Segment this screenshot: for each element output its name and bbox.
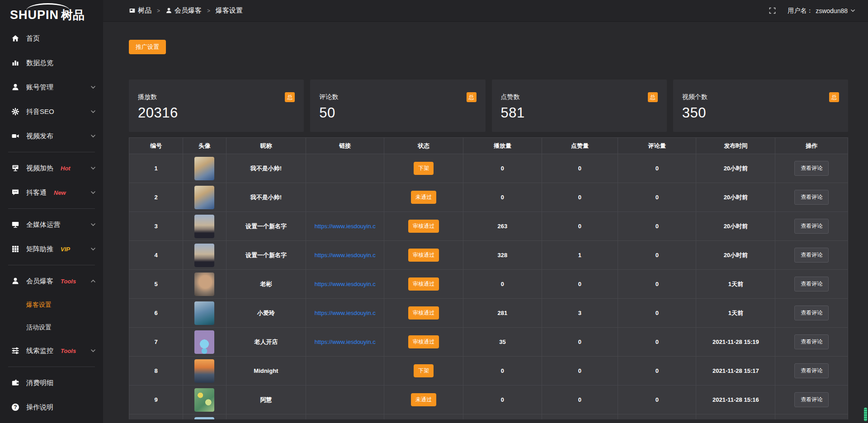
topbar-right: 用户名：zswodun88 [769, 7, 855, 15]
video-link[interactable]: https://www.iesdouyin.c [315, 281, 376, 287]
sidebar-divider [8, 152, 95, 152]
status-badge[interactable]: 审核通过 [408, 306, 439, 320]
sidebar-nav: 首页数据总览账号管理抖音SEO视频发布视频加热Hot抖客通New全媒体运营矩阵助… [0, 26, 103, 419]
fullscreen-icon[interactable] [769, 7, 776, 14]
cell-comments: 0 [618, 241, 696, 270]
view-comments-button[interactable]: 查看评论 [794, 277, 829, 291]
breadcrumb-item-2[interactable]: 爆客设置 [216, 6, 243, 15]
app-window: SHUPIN树品 首页数据总览账号管理抖音SEO视频发布视频加热Hot抖客通Ne… [0, 0, 868, 423]
view-comments-button[interactable]: 查看评论 [794, 190, 829, 205]
sidebar-item-0[interactable]: 首页 [0, 26, 103, 51]
cell-action: 查看评论 [775, 212, 848, 241]
status-badge[interactable]: 下架 [414, 162, 434, 175]
cell-action: 查看评论 [775, 357, 848, 385]
column-header-2: 昵称 [226, 138, 306, 154]
sidebar-subitem-1[interactable]: 活动设置 [0, 316, 103, 338]
promo-settings-button[interactable]: 推广设置 [129, 40, 166, 54]
sidebar-item-6[interactable]: 视频加热Hot [0, 156, 103, 180]
video-link[interactable]: https://www.iesdouyin.c [315, 223, 376, 230]
view-comments-button[interactable]: 查看评论 [794, 219, 829, 234]
cell [542, 414, 618, 420]
cell-id: 1 [129, 154, 183, 183]
chevron-down-icon [90, 109, 96, 114]
sidebar-item-16[interactable]: ?操作说明 [0, 395, 103, 419]
cell-nickname: Midnight [226, 357, 306, 385]
cell-avatar [183, 299, 226, 328]
breadcrumb-label: 树品 [138, 6, 151, 15]
stat-card-3: 视频个数总350 [673, 80, 848, 132]
breadcrumb: 树品>会员爆客>爆客设置 [129, 6, 243, 15]
cell-nickname: 小爱玲 [226, 299, 306, 328]
sidebar-item-label: 线索监控 [26, 347, 53, 355]
table-row: 7老人开店https://www.iesdouyin.c审核通过35002021… [129, 328, 848, 357]
status-badge[interactable]: 审核通过 [408, 277, 439, 291]
status-badge[interactable]: 下架 [414, 364, 434, 377]
avatar [194, 157, 214, 180]
grid-icon [11, 245, 20, 253]
view-comments-button[interactable]: 查看评论 [794, 392, 829, 407]
sidebar-item-1[interactable]: 数据总览 [0, 51, 103, 75]
status-badge[interactable]: 审核通过 [408, 220, 439, 233]
sidebar-item-label: 矩阵助推 [26, 245, 53, 254]
video-link[interactable]: https://www.iesdouyin.c [315, 310, 376, 316]
sidebar-item-label: 首页 [26, 34, 40, 43]
sidebar-item-9[interactable]: 全媒体运营 [0, 212, 103, 237]
sidebar-item-3[interactable]: 抖音SEO [0, 99, 103, 124]
table-row: 2我不是小帅!未通过00020小时前查看评论 [129, 183, 848, 212]
username-label: 用户名： [788, 7, 813, 15]
video-link[interactable]: https://www.iesdouyin.c [315, 338, 376, 345]
logo-arc [26, 3, 70, 10]
cell-action: 查看评论 [775, 183, 848, 212]
view-comments-button[interactable]: 查看评论 [794, 306, 829, 320]
avatar [194, 301, 214, 325]
status-badge[interactable]: 审核通过 [408, 249, 439, 262]
chat-icon [11, 188, 20, 197]
view-comments-button[interactable]: 查看评论 [794, 363, 829, 378]
video-link[interactable]: https://www.iesdouyin.c [315, 252, 376, 258]
sidebar-subitem-0[interactable]: 爆客设置 [0, 293, 103, 316]
cell-avatar [183, 357, 226, 385]
table-header-row: 编号头像昵称链接状态播放量点赞量评论量发布时间操作 [129, 138, 848, 154]
cell-nickname: 设置一个新名字 [226, 241, 306, 270]
status-badge[interactable]: 未通过 [411, 393, 436, 406]
breadcrumb-item-1[interactable]: 会员爆客 [165, 6, 202, 15]
chevron-down-icon [90, 133, 96, 139]
sidebar-item-10[interactable]: 矩阵助推VIP [0, 237, 103, 261]
sidebar-item-12[interactable]: 会员爆客Tools [0, 269, 103, 293]
sidebar-item-13[interactable]: 线索监控Tools [0, 338, 103, 363]
sidebar-item-label: 视频发布 [26, 132, 53, 141]
sidebar-divider [8, 367, 95, 367]
cell-comments: 0 [618, 212, 696, 241]
cell-likes: 0 [542, 183, 618, 212]
view-comments-button[interactable]: 查看评论 [794, 161, 829, 176]
sidebar-item-7[interactable]: 抖客通New [0, 180, 103, 205]
breadcrumb-label: 会员爆客 [175, 6, 202, 15]
user-icon [165, 7, 172, 14]
cell-nickname: 老人开店 [226, 328, 306, 357]
sidebar-item-label: 视频加热 [26, 164, 53, 173]
sidebar-item-label: 抖客通 [26, 188, 47, 197]
cell-action: 查看评论 [775, 154, 848, 183]
column-header-3: 链接 [306, 138, 384, 154]
breadcrumb-item-0[interactable]: 树品 [129, 6, 151, 15]
total-badge: 总 [285, 92, 295, 102]
column-header-0: 编号 [129, 138, 183, 154]
table-row: 1我不是小帅!下架00020小时前查看评论 [129, 154, 848, 183]
table-row: 9阿慧未通过0002021-11-28 15:16查看评论 [129, 385, 848, 414]
cell-plays: 328 [463, 241, 542, 270]
scrollbar-thumb[interactable] [864, 408, 867, 421]
sidebar-item-2[interactable]: 账号管理 [0, 75, 103, 99]
cell [384, 414, 463, 420]
view-comments-button[interactable]: 查看评论 [794, 334, 829, 349]
status-badge[interactable]: 未通过 [411, 191, 436, 204]
view-comments-button[interactable]: 查看评论 [794, 248, 829, 263]
sidebar-item-15[interactable]: 消费明细 [0, 371, 103, 395]
stat-card-label: 播放数 [138, 93, 157, 101]
board-icon [129, 7, 136, 14]
publish-icon [11, 132, 20, 140]
sidebar-item-4[interactable]: 视频发布 [0, 124, 103, 148]
topbar: 树品>会员爆客>爆客设置 用户名：zswodun88 [103, 0, 868, 22]
username-menu[interactable]: 用户名：zswodun88 [788, 7, 855, 15]
status-badge[interactable]: 审核通过 [408, 335, 439, 348]
sidebar-divider [8, 265, 95, 265]
